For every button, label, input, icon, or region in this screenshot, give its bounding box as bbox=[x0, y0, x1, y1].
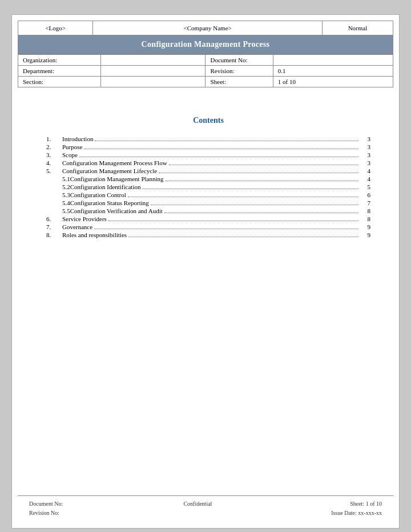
document-no-value bbox=[273, 55, 393, 66]
footer-right: Sheet: 1 of 10 Issue Date: xx-xxx-xx bbox=[331, 499, 382, 518]
toc-item: 3.Scope3 bbox=[46, 151, 370, 158]
toc-item-page: 7 bbox=[360, 199, 370, 206]
toc-item: 8.Roles and responsibilities9 bbox=[46, 231, 370, 238]
contents-title: Contents bbox=[46, 116, 370, 125]
company-name-cell: <Company Name> bbox=[93, 21, 323, 35]
toc-item-page: 5 bbox=[360, 183, 370, 190]
toc-item-page: 4 bbox=[360, 175, 370, 182]
status-cell: Normal bbox=[322, 21, 393, 35]
toc-item-num: 5.2 bbox=[46, 183, 70, 190]
organization-value bbox=[100, 55, 206, 66]
toc-item-label: Governance bbox=[62, 223, 92, 230]
toc-item-num: 5.1 bbox=[46, 175, 70, 182]
toc-item-label: Configuration Management Process Flow bbox=[62, 159, 167, 166]
toc-item-num: 5. bbox=[46, 167, 62, 174]
document-no-label: Document No: bbox=[206, 55, 273, 66]
section-value bbox=[100, 77, 206, 87]
footer-confidential: Confidential bbox=[183, 499, 212, 518]
department-label: Department: bbox=[18, 66, 101, 77]
toc-item-page: 9 bbox=[360, 223, 370, 230]
toc-item-num: 7. bbox=[46, 223, 62, 230]
toc-item-dots bbox=[84, 149, 358, 149]
toc-item-page: 3 bbox=[360, 151, 370, 158]
toc-item: 5.3Configuration Control6 bbox=[46, 191, 370, 198]
toc-item: 6.Service Providers8 bbox=[46, 215, 370, 222]
toc-item-dots bbox=[164, 213, 358, 213]
toc-item-dots bbox=[159, 173, 358, 173]
document-title: Configuration Management Process bbox=[18, 35, 393, 54]
footer-sheet: Sheet: 1 of 10 bbox=[331, 499, 382, 509]
toc-item-page: 3 bbox=[360, 159, 370, 166]
toc-item: 5.2Configuration Identification5 bbox=[46, 183, 370, 190]
toc-item-page: 3 bbox=[360, 135, 370, 142]
toc-item: 5.Configuration Management Lifecycle4 bbox=[46, 167, 370, 174]
toc-item-label: Configuration Control bbox=[70, 191, 126, 198]
toc-item: 7.Governance9 bbox=[46, 223, 370, 230]
toc-item-label: Configuration Identification bbox=[70, 183, 141, 190]
toc-item: 4.Configuration Management Process Flow3 bbox=[46, 159, 370, 166]
toc-item-num: 5.3 bbox=[46, 191, 70, 198]
sheet-label: Sheet: bbox=[206, 77, 273, 87]
toc-item-label: Introduction bbox=[62, 135, 93, 142]
toc-item: 5.5Configuration Verification and Audit8 bbox=[46, 207, 370, 214]
toc-item-dots bbox=[151, 205, 358, 205]
footer: Document No: Revision No: Confidential S… bbox=[18, 495, 393, 522]
sheet-value: 1 of 10 bbox=[273, 77, 393, 87]
toc-item-dots bbox=[108, 221, 358, 221]
toc-item-dots bbox=[128, 197, 358, 197]
toc-item-page: 8 bbox=[360, 207, 370, 214]
toc-item-dots bbox=[166, 181, 359, 181]
toc-item-num: 4. bbox=[46, 159, 62, 166]
toc-item-label: Scope bbox=[62, 151, 78, 158]
toc-item-num: 1. bbox=[46, 135, 62, 142]
toc-item-page: 3 bbox=[360, 143, 370, 150]
toc-item-num: 3. bbox=[46, 151, 62, 158]
footer-revision: Revision No: bbox=[29, 509, 65, 518]
toc-item: 2.Purpose3 bbox=[46, 143, 370, 150]
toc-item-label: Configuration Status Reporting bbox=[70, 199, 149, 206]
toc-item-label: Service Providers bbox=[62, 215, 107, 222]
toc-item-num: 5.4 bbox=[46, 199, 70, 206]
toc-item-dots bbox=[128, 237, 358, 237]
revision-label: Revision: bbox=[206, 66, 273, 77]
toc-item-label: Configuration Management Lifecycle bbox=[62, 167, 157, 174]
toc-item-page: 8 bbox=[360, 215, 370, 222]
toc-item-label: Purpose bbox=[62, 143, 82, 150]
company-name-text: <Company Name> bbox=[184, 25, 232, 31]
department-value bbox=[100, 66, 206, 77]
organization-label: Organization: bbox=[18, 55, 101, 66]
toc-item-dots bbox=[95, 141, 358, 141]
toc-list: 1.Introduction32.Purpose33.Scope34.Confi… bbox=[46, 135, 370, 238]
toc-item-num: 5.5 bbox=[46, 207, 70, 214]
toc-item-page: 4 bbox=[360, 167, 370, 174]
footer-doc-no: Document No: bbox=[29, 499, 65, 509]
toc-item: 1.Introduction3 bbox=[46, 135, 370, 142]
toc-item-num: 6. bbox=[46, 215, 62, 222]
toc-item-page: 6 bbox=[360, 191, 370, 198]
toc-item: 5.1Configuration Management Planning4 bbox=[46, 175, 370, 182]
toc-item-num: 8. bbox=[46, 231, 62, 238]
revision-value: 0.1 bbox=[273, 66, 393, 77]
toc-item-label: Roles and responsibilities bbox=[62, 231, 127, 238]
toc-item-dots bbox=[94, 229, 358, 229]
toc-item-dots bbox=[142, 189, 358, 189]
toc-item-page: 9 bbox=[360, 231, 370, 238]
toc-item-num: 2. bbox=[46, 143, 62, 150]
toc-item-label: Configuration Verification and Audit bbox=[70, 207, 163, 214]
section-label: Section: bbox=[18, 77, 101, 87]
footer-left: Document No: Revision No: bbox=[29, 499, 65, 518]
footer-issue-date: Issue Date: xx-xxx-xx bbox=[331, 509, 382, 518]
logo-text: <Logo> bbox=[45, 25, 66, 31]
logo-cell: <Logo> bbox=[18, 21, 93, 35]
toc-item-label: Configuration Management Planning bbox=[70, 175, 164, 182]
toc-item-dots bbox=[169, 165, 358, 165]
toc-item-dots bbox=[79, 157, 358, 157]
main-content: Contents 1.Introduction32.Purpose33.Scop… bbox=[12, 87, 399, 373]
toc-item: 5.4Configuration Status Reporting7 bbox=[46, 199, 370, 206]
status-text: Normal bbox=[348, 25, 368, 31]
